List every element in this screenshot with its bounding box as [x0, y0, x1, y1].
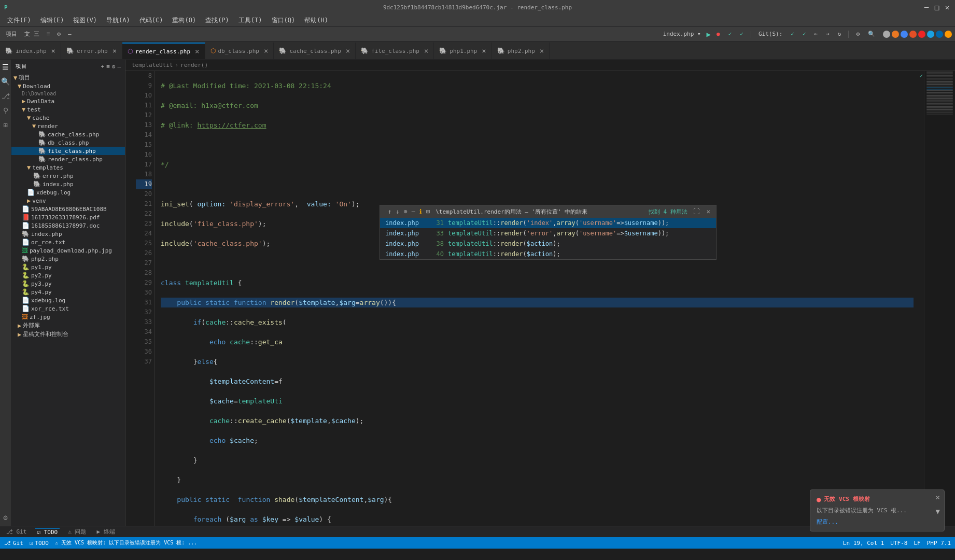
toolbar-debug-button[interactable]: ● [714, 30, 723, 38]
toolbar-collapse[interactable]: — [65, 30, 74, 38]
tree-py4[interactable]: 🐍 py4.py [11, 288, 125, 296]
ac-item-0[interactable]: index.php 31 templateUtil::render('index… [380, 218, 716, 228]
tree-error-php[interactable]: 🐘 error.php [11, 172, 125, 180]
tree-cache[interactable]: ▼ cache [11, 114, 125, 122]
tab-close-file[interactable]: × [424, 47, 428, 55]
autocomplete-popup[interactable]: ↑ ↓ ⊕ — ℹ ⊞ \templateUtil.render的用法 — '所… [380, 205, 717, 260]
toolbar-project[interactable]: 项目 [3, 30, 20, 38]
activity-search[interactable]: 🔍 [1, 76, 11, 87]
status-encoding[interactable]: UTF-8 [890, 540, 907, 547]
toolbar-search[interactable]: 🔍 [865, 30, 878, 38]
toolbar-run-button[interactable]: ▶ [707, 30, 711, 38]
toolbar-back[interactable]: ← [812, 30, 821, 38]
tab-error[interactable]: 🐘 error.php × [61, 43, 122, 59]
tree-scratches[interactable]: ▶ 星稿文件和控制台 [11, 330, 125, 339]
menu-view[interactable]: 视图(V) [69, 15, 101, 26]
tree-dwnldata[interactable]: ▶ DwnlData [11, 97, 125, 105]
status-line-ending[interactable]: LF [914, 540, 920, 547]
ac-expand[interactable]: ⛶ [692, 207, 701, 216]
menu-help[interactable]: 帮助(H) [300, 15, 332, 26]
tree-xdebug-inner[interactable]: 📄 xdebug.log [11, 188, 125, 197]
status-php[interactable]: PHP 7.1 [927, 540, 951, 547]
tree-templates[interactable]: ▼ templates [11, 163, 125, 172]
toolbar-settings[interactable]: ⚙ [54, 30, 63, 38]
tree-59aba[interactable]: 📄 59ABAAD8E68806EBAC108B [11, 205, 125, 213]
sidebar-btn-gear[interactable]: ⚙ [112, 63, 116, 70]
tab-render-class[interactable]: ⬡ render_class.php × [122, 43, 205, 59]
browser-icon-1[interactable] [883, 31, 890, 38]
browser-icon-6[interactable] [927, 31, 934, 38]
browser-icon-4[interactable] [909, 31, 917, 38]
activity-debug[interactable]: ⚲ [1, 105, 11, 116]
vcs-config-link[interactable]: 配置... [817, 519, 838, 525]
toolbar-menu[interactable]: ≡ [44, 30, 53, 38]
tree-zf-jpg[interactable]: 🖼 zf.jpg [11, 313, 125, 321]
minimize-button[interactable]: ─ [923, 4, 930, 11]
menu-find[interactable]: 查找(P) [201, 15, 233, 26]
ac-btn-6[interactable]: ⊞ [425, 207, 431, 216]
ac-btn-3[interactable]: ⊕ [402, 207, 409, 216]
tree-project-root[interactable]: ▼ 项目 [11, 73, 125, 82]
vcs-close-button[interactable]: × [936, 493, 940, 501]
status-git[interactable]: ⎇ Git [4, 540, 23, 547]
browser-icon-8[interactable] [945, 31, 952, 38]
tab-php1[interactable]: 🐘 php1.php × [434, 43, 491, 59]
tab-close-db[interactable]: × [264, 47, 268, 55]
toolbar-forward[interactable]: → [823, 30, 832, 38]
tab-close-index[interactable]: × [51, 47, 55, 55]
bottom-tab-git[interactable]: ⎇ Git [4, 528, 29, 535]
toolbar-refresh[interactable]: ↻ [835, 30, 844, 38]
ac-item-2[interactable]: index.php 38 templateUtil::render($actio… [380, 239, 716, 249]
ac-btn-1[interactable]: ↑ [386, 207, 393, 216]
toolbar-git-check2[interactable]: ✓ [800, 30, 809, 38]
bottom-tab-todo[interactable]: ☑ TODO [35, 528, 60, 536]
menu-nav[interactable]: 导航(A) [102, 15, 134, 26]
browser-icon-2[interactable] [892, 31, 899, 38]
tree-py1[interactable]: 🐍 py1.py [11, 263, 125, 271]
tree-render[interactable]: ▼ render [11, 122, 125, 130]
tab-index[interactable]: 🐘 index.php × [0, 43, 61, 59]
tab-db-class[interactable]: ⬡ db_class.php × [205, 43, 274, 59]
ac-btn-5[interactable]: ℹ [418, 207, 424, 216]
tree-test[interactable]: ▼ test [11, 105, 125, 114]
ac-btn-4[interactable]: — [410, 207, 417, 216]
tree-db-class[interactable]: 🐘 db_class.php [11, 138, 125, 147]
activity-extensions[interactable]: ⊞ [1, 120, 11, 130]
ac-btn-2[interactable]: ↓ [394, 207, 401, 216]
code-lines[interactable]: # @Last Modified time: 2021-03-08 22:15:… [155, 71, 914, 526]
tab-file-class[interactable]: 🐘 file_class.php × [356, 43, 434, 59]
ac-close[interactable]: ✕ [705, 207, 712, 216]
tab-close-error[interactable]: × [113, 47, 117, 55]
menu-edit[interactable]: 编辑(E) [36, 15, 68, 26]
bottom-tab-terminal[interactable]: ▶ 终端 [95, 528, 117, 536]
tree-php2[interactable]: 🐘 php2.php [11, 255, 125, 263]
tab-php2[interactable]: 🐘 php2.php × [492, 43, 550, 59]
browser-icon-3[interactable] [901, 31, 908, 38]
tree-render-class[interactable]: 🐘 render_class.php [11, 155, 125, 163]
menu-file[interactable]: 文件(F) [3, 15, 35, 26]
tab-close-php2[interactable]: × [540, 47, 544, 55]
tree-1617[interactable]: 📕 1617332633178926.pdf [11, 213, 125, 221]
toolbar-check[interactable]: ✓ [726, 30, 735, 38]
tree-venv[interactable]: ▶ venv [11, 197, 125, 205]
activity-git[interactable]: ⎇ [1, 91, 11, 101]
sidebar-btn-close[interactable]: — [117, 63, 121, 70]
tree-py2[interactable]: 🐍 py2.py [11, 271, 125, 279]
toolbar-git-check[interactable]: ✓ [788, 30, 797, 38]
browser-icon-5[interactable] [918, 31, 925, 38]
sidebar-btn-add[interactable]: + [101, 63, 105, 70]
status-line-col[interactable]: Ln 19, Col 1 [843, 540, 884, 547]
tree-external-lib[interactable]: ▶ 外部库 [11, 321, 125, 330]
tab-close-php1[interactable]: × [482, 47, 486, 55]
menu-refactor[interactable]: 重构(O) [168, 15, 200, 26]
tree-cache-class[interactable]: 🐘 cache_class.php [11, 130, 125, 138]
bottom-tab-problems[interactable]: ⚠ 问题 [66, 528, 88, 536]
activity-files[interactable]: ☰ [1, 62, 11, 72]
activity-settings[interactable]: ⚙ [1, 512, 11, 523]
tree-xor-rce[interactable]: 📄 xor_rce.txt [11, 304, 125, 313]
status-vcs-warning[interactable]: ⚠ 无效 VCS 根映射: 以下目录被错误注册为 VCS 根: ... [55, 539, 197, 547]
tree-index-outer[interactable]: 🐘 index.php [11, 230, 125, 238]
tab-close-cache[interactable]: × [346, 47, 350, 55]
tab-cache-class[interactable]: 🐘 cache_class.php × [274, 43, 356, 59]
vcs-notification-arrow[interactable]: ▼ [936, 507, 940, 515]
